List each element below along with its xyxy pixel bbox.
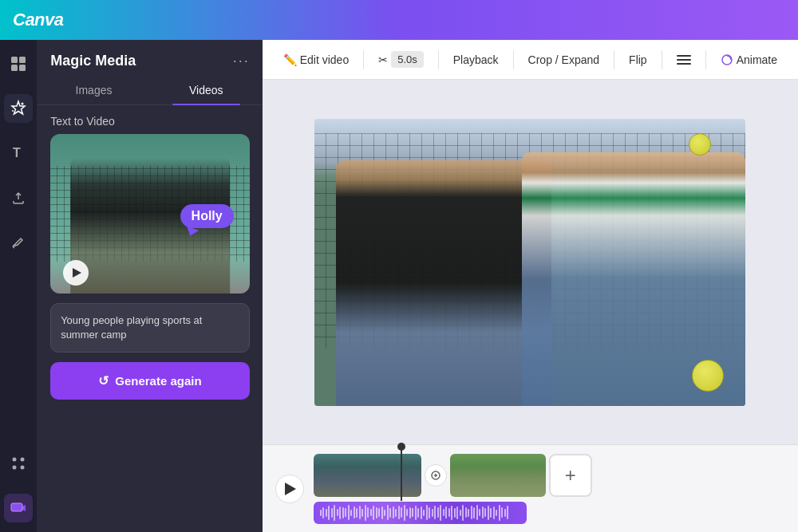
girl-left [336,160,551,406]
add-clip-button[interactable]: + [549,454,592,497]
waveform-bar [448,508,450,517]
svg-point-16 [722,55,732,65]
waveform-bar [468,509,469,517]
waveform-bar [367,507,369,518]
toolbar-divider-6 [705,50,706,69]
top-bar: Canva [0,0,798,40]
waveform-bar [421,506,422,519]
canvas-area [263,80,798,444]
preview-play-button[interactable] [63,260,89,286]
waveform-bar [337,509,338,516]
waveform-bar [342,507,344,518]
waveform-bar [462,505,464,521]
waveform-bar [356,508,358,518]
video-clips-row: + [314,454,785,497]
edit-video-icon: ✏️ [283,53,297,66]
section-label: Text to Video [38,115,263,134]
waveform-bar [398,506,400,519]
tab-images[interactable]: Images [38,76,150,104]
waveform-bar [434,506,436,519]
edit-video-button[interactable]: ✏️ Edit video [275,49,357,71]
waveform-bar [359,506,361,519]
svg-rect-15 [677,63,691,65]
sidebar-icon-upload[interactable] [4,183,33,212]
audio-waveform[interactable] [314,502,527,524]
waveform-bar [348,505,350,520]
waveform-bar [454,508,456,518]
svg-point-5 [12,110,14,112]
waveform-bar [328,506,330,520]
waveform-bar [417,508,419,518]
waveform-bar [415,506,417,520]
waveform-bar [381,506,383,519]
waveform-bar [384,510,385,516]
waveform-bar [389,508,391,518]
timeline-area: + [263,444,798,532]
svg-point-4 [22,103,24,105]
panel-title: Magic Media [50,53,136,69]
svg-rect-0 [11,57,18,63]
waveform-bar [361,509,363,517]
timeline-play-icon [285,483,296,495]
svg-point-8 [21,458,25,462]
waveform-bar [412,508,413,517]
waveform-bar [339,506,341,519]
svg-rect-1 [19,57,26,63]
waveform-bar [476,505,478,520]
waveform-bar [401,507,402,518]
sidebar-icon-apps[interactable] [4,449,33,478]
left-panel: Magic Media ··· Images Videos Text to Vi… [38,40,263,532]
svg-rect-11 [11,503,22,511]
svg-point-10 [21,466,25,470]
waveform-bar [499,505,500,521]
waveform-bar [479,509,480,516]
icon-sidebar: T [0,40,38,532]
lines-menu-button[interactable] [669,48,699,72]
waveform-bar [373,506,374,520]
svg-text:T: T [13,146,21,160]
tab-videos[interactable]: Videos [150,76,263,104]
crop-expand-button[interactable]: Crop / Expand [520,49,608,71]
waveform-bar [484,508,486,517]
play-icon [73,268,81,278]
timeline-marker-line [401,449,402,501]
waveform-bar [432,509,433,517]
svg-rect-14 [677,59,691,61]
waveform-bar [322,507,324,518]
generate-button[interactable]: ↺ Generate again [50,362,250,400]
tennis-ball-bottom [692,360,724,392]
waveform-bar [320,510,322,516]
waveform-bar [404,505,405,521]
main-girls-silhouette [314,148,745,406]
timeline-marker [397,441,405,501]
waveform-bar [460,510,461,516]
prompt-input[interactable]: Young people playing sports at summer ca… [50,303,250,353]
waveform-bar [350,510,352,516]
svg-point-7 [13,458,17,462]
waveform-bar [429,507,430,518]
waveform-bars [320,502,509,524]
waveform-bar [345,508,346,517]
waveform-bar [370,509,372,516]
sidebar-icon-text[interactable]: T [4,139,33,167]
waveform-bar [331,508,333,518]
toolbar-divider-3 [513,50,514,69]
waveform-bar [387,505,389,520]
toolbar-divider-5 [662,50,662,69]
sidebar-icon-draw[interactable] [4,228,33,257]
video-clip-2[interactable] [450,454,546,497]
waveform-bar [490,508,492,518]
sidebar-icon-magic[interactable] [4,94,33,123]
waveform-bar [507,506,508,519]
main-video-background [314,119,745,406]
panel-menu-button[interactable]: ··· [233,53,250,69]
scissors-button[interactable]: ✂ 5.0s [370,46,432,73]
playback-button[interactable]: Playback [445,49,507,71]
flip-button[interactable]: Flip [621,49,655,71]
sidebar-icon-grid[interactable] [4,49,33,78]
tennis-ball-top [689,133,711,156]
timeline-play-button[interactable] [275,475,304,503]
sidebar-icon-media[interactable] [4,494,33,522]
lines-icon [677,53,691,67]
animate-button[interactable]: Animate [713,49,785,71]
